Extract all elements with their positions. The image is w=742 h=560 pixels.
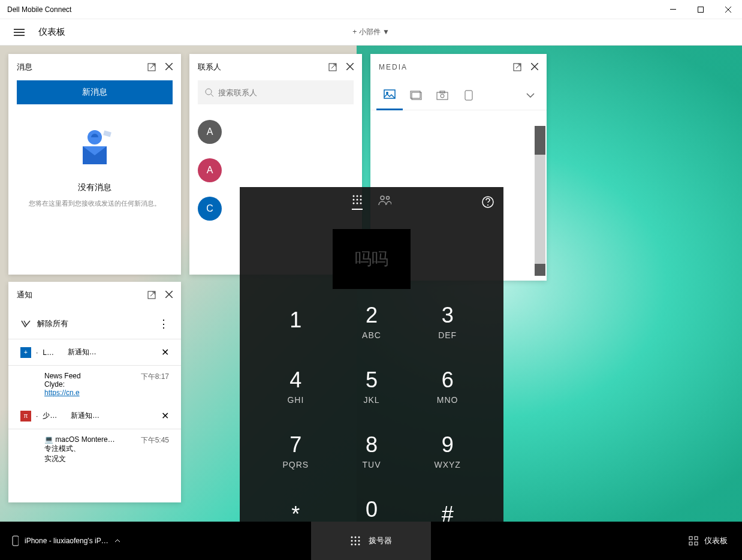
bottom-dialer-button[interactable]: 拨号器 — [311, 522, 431, 560]
svg-point-41 — [358, 544, 360, 546]
close-icon[interactable] — [531, 63, 538, 71]
keypad-key-1[interactable]: 1 — [258, 289, 334, 354]
keypad-key-5[interactable]: 5JKL — [334, 354, 410, 419]
notifications-card: 通知 解除所有 ⋮ + · L… 新通知…✕News Feed下午8:17Cly… — [8, 282, 181, 502]
phone-icon — [12, 535, 19, 546]
contact-avatar: A — [198, 158, 222, 182]
svg-rect-0 — [670, 9, 676, 10]
key-letters: DEF — [438, 330, 457, 340]
contacts-title: 联系人 — [198, 62, 221, 73]
close-icon[interactable]: ✕ — [161, 347, 169, 358]
dismiss-all-button[interactable]: 解除所有 — [20, 318, 68, 329]
close-icon[interactable] — [165, 291, 173, 299]
search-field[interactable] — [218, 88, 346, 97]
media-scrollbar[interactable] — [535, 126, 545, 276]
key-letters: MNO — [437, 395, 459, 405]
notif-time: 下午8:17 — [141, 372, 169, 382]
dialer-tab-keypad[interactable] — [352, 194, 363, 210]
svg-point-26 — [357, 203, 358, 204]
key-letters: ABC — [362, 330, 381, 340]
contact-item[interactable]: A — [189, 151, 362, 189]
more-icon[interactable]: ⋮ — [158, 317, 169, 330]
hamburger-menu-icon[interactable] — [7, 20, 31, 44]
notif-time: 下午5:45 — [141, 435, 169, 445]
media-tab-photos[interactable] — [376, 80, 403, 110]
keypad-key-4[interactable]: 4GHI — [258, 354, 334, 419]
maximize-button[interactable] — [687, 0, 714, 19]
key-digit: 7 — [289, 432, 301, 457]
keypad-key-6[interactable]: 6MNO — [409, 354, 485, 419]
key-letters: PQRS — [282, 460, 309, 469]
add-widget-button[interactable]: + 小部件 ▼ — [352, 27, 390, 37]
key-digit: 3 — [442, 303, 454, 328]
device-name: iPhone - liuxiaofeng's iPho… — [25, 537, 108, 545]
search-contacts-input[interactable] — [198, 80, 354, 104]
new-message-button[interactable]: 新消息 — [17, 80, 173, 104]
key-digit: 1 — [289, 308, 301, 333]
key-digit: 0 — [366, 497, 378, 522]
dialer-display: 吗吗 — [240, 217, 503, 289]
popout-icon[interactable] — [147, 291, 156, 299]
svg-rect-43 — [695, 537, 698, 540]
media-tab-documents[interactable] — [456, 80, 482, 110]
svg-point-21 — [360, 195, 362, 197]
notification-body[interactable]: 💻 macOS Montere…下午5:45专注模式、实况文 — [8, 429, 181, 470]
keypad-key-2[interactable]: 2ABC — [334, 289, 410, 354]
notif-link[interactable]: https://cn.e — [44, 389, 80, 397]
close-icon[interactable] — [165, 63, 173, 71]
contact-avatar: A — [198, 120, 222, 144]
svg-rect-32 — [13, 536, 19, 546]
empty-messages-icon — [71, 122, 119, 170]
popout-icon[interactable] — [147, 63, 156, 71]
keypad-key-7[interactable]: 7PQRS — [258, 419, 334, 483]
popout-icon[interactable] — [328, 63, 337, 71]
dialer-tab-contacts[interactable] — [378, 195, 391, 209]
svg-point-35 — [358, 537, 360, 538]
keypad-key-9[interactable]: 9WXYZ — [409, 419, 485, 483]
notification-body[interactable]: News Feed下午8:17Clyde:https://cn.e — [8, 366, 181, 403]
key-digit: 2 — [366, 303, 378, 328]
close-icon[interactable]: ✕ — [161, 410, 169, 421]
notification-header[interactable]: + · L… 新通知…✕ — [8, 339, 181, 366]
window-title: Dell Mobile Connect — [7, 5, 71, 14]
key-digit: 8 — [366, 432, 378, 457]
keypad: 12ABC3DEF4GHI5JKL6MNO7PQRS8TUV9WXYZ*0+# — [240, 289, 503, 548]
search-icon — [205, 88, 213, 97]
device-selector[interactable]: iPhone - liuxiaofeng's iPho… — [0, 535, 132, 546]
svg-point-29 — [387, 197, 390, 200]
svg-rect-14 — [437, 92, 448, 100]
page-title: 仪表板 — [38, 26, 65, 38]
app-badge-icon: π — [20, 411, 31, 421]
help-icon[interactable] — [482, 196, 494, 208]
notif-app: L… — [43, 348, 54, 357]
dialer-placeholder: 吗吗 — [333, 229, 411, 289]
svg-point-19 — [353, 195, 355, 197]
svg-point-36 — [351, 540, 352, 542]
svg-point-8 — [206, 89, 212, 95]
key-digit: 9 — [442, 432, 454, 457]
contact-item[interactable]: A — [189, 113, 362, 151]
keypad-key-8[interactable]: 8TUV — [334, 419, 410, 483]
close-icon[interactable] — [346, 63, 354, 71]
notification-header[interactable]: π · 少… 新通知…✕ — [8, 403, 181, 429]
chevron-up-icon — [114, 539, 120, 543]
bottom-dashboard-button[interactable]: 仪表板 — [674, 535, 742, 546]
minimize-button[interactable] — [659, 0, 687, 19]
chevron-down-icon[interactable] — [526, 93, 535, 98]
svg-rect-17 — [465, 91, 472, 100]
close-button[interactable] — [714, 0, 742, 19]
keypad-key-3[interactable]: 3DEF — [409, 289, 485, 354]
messages-card: 消息 新消息 没有消息 您将在这里看到您接收或发送的任何新消息。 — [8, 54, 181, 275]
svg-point-31 — [487, 204, 488, 206]
svg-rect-42 — [689, 537, 692, 540]
empty-messages-title: 没有消息 — [78, 182, 111, 193]
media-tab-camera[interactable] — [429, 80, 456, 110]
popout-icon[interactable] — [513, 63, 521, 71]
notif-line: 实况文 — [44, 454, 169, 464]
svg-point-23 — [357, 199, 358, 201]
notif-body-title: 💻 macOS Montere… — [44, 435, 115, 444]
key-letters: TUV — [362, 460, 381, 469]
notif-head-text: 新通知… — [71, 411, 99, 421]
media-tab-gallery[interactable] — [403, 80, 429, 110]
dashboard: 消息 新消息 没有消息 您将在这里看到您接收或发送的任何新消息。 联系人 — [0, 46, 742, 522]
